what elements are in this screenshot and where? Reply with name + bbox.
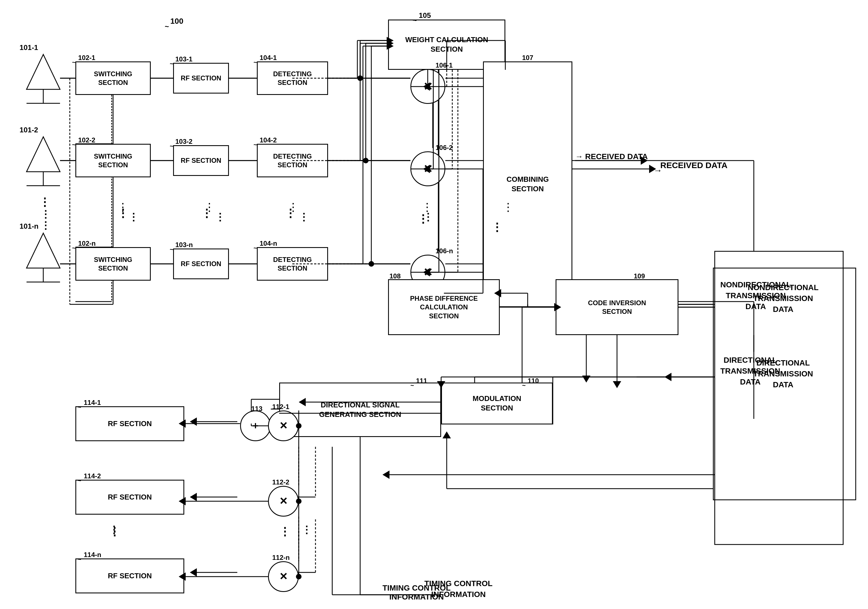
phase-diff-section: PHASE DIFFERENCECALCULATIONSECTION bbox=[388, 279, 500, 335]
received-data-label: → RECEIVED DATA bbox=[575, 152, 648, 161]
combining-section: COMBININGSECTION bbox=[483, 62, 572, 307]
svg-text:⋮: ⋮ bbox=[215, 211, 225, 223]
label-det2-tilde: ~ bbox=[254, 141, 257, 149]
label-det2: 104-2 bbox=[260, 136, 277, 144]
multiplier-2: ✕ bbox=[411, 151, 445, 186]
svg-marker-6 bbox=[26, 233, 60, 268]
label-combining: 107 bbox=[522, 54, 533, 62]
label-ant2: 101-2 bbox=[20, 126, 38, 134]
dots-txmult: ⋮ bbox=[279, 525, 290, 538]
label-rf1-tilde: ~ bbox=[170, 60, 174, 68]
tx-mult-n: ✕ bbox=[268, 561, 299, 592]
label-rftx2: 114-2 bbox=[84, 472, 101, 480]
diagram: ⋮ ⋮ ⋮ ⋮ ⋮ bbox=[0, 0, 868, 609]
adder-circle: + bbox=[240, 411, 271, 441]
label-rfn: 103-n bbox=[175, 241, 193, 249]
tx-mult-1: ✕ bbox=[268, 411, 299, 441]
rf-section-n: RF SECTION bbox=[173, 248, 229, 279]
multiplier-1: ✕ bbox=[411, 69, 445, 104]
svg-marker-83 bbox=[665, 373, 671, 381]
svg-point-205 bbox=[369, 261, 374, 267]
label-105: 105 bbox=[419, 11, 431, 20]
svg-text:⋮: ⋮ bbox=[40, 209, 51, 220]
svg-text:⋮: ⋮ bbox=[40, 220, 51, 231]
dir-sig-section: DIRECTIONAL SIGNALGENERATING SECTION bbox=[279, 383, 441, 437]
label-sw2: 102-2 bbox=[78, 136, 95, 144]
label-mult1: 106-1 bbox=[436, 62, 453, 69]
label-detn: 104-n bbox=[260, 240, 277, 247]
label-add: 113 bbox=[251, 405, 262, 413]
switching-section-1: SWITCHINGSECTION bbox=[75, 62, 151, 95]
directional-data: DIRECTIONALTRANSMISSIONDATA bbox=[720, 357, 846, 391]
label-multn: 106-n bbox=[436, 247, 453, 255]
svg-marker-190 bbox=[443, 431, 451, 439]
label-mult2: 106-2 bbox=[436, 144, 453, 152]
label-rfn-tilde: ~ bbox=[170, 246, 174, 253]
label-swn: 102-n bbox=[78, 240, 96, 247]
svg-text:⋮: ⋮ bbox=[129, 211, 138, 223]
label-rftxn: 114-n bbox=[84, 551, 101, 559]
label-100-tilde: ~ bbox=[165, 22, 169, 31]
svg-marker-95 bbox=[383, 471, 389, 479]
svg-text:⋮: ⋮ bbox=[422, 201, 433, 213]
svg-marker-142 bbox=[613, 381, 621, 388]
label-detn-tilde: ~ bbox=[254, 245, 257, 252]
rf-tx-1: RF SECTION bbox=[75, 406, 184, 441]
modulation-section: MODULATIONSECTION bbox=[441, 383, 553, 425]
label-rf1: 103-1 bbox=[175, 55, 192, 63]
tx-mult-2: ✕ bbox=[268, 486, 299, 517]
label-rftx1-tilde: ~ bbox=[78, 404, 81, 411]
svg-marker-60 bbox=[190, 417, 197, 426]
label-100: 100 bbox=[170, 17, 183, 26]
svg-point-204 bbox=[363, 158, 369, 163]
label-sw1-tilde: ~ bbox=[72, 59, 76, 66]
label-rftxn-tilde: ~ bbox=[78, 556, 81, 563]
svg-point-203 bbox=[357, 75, 363, 81]
label-det1-tilde: ~ bbox=[254, 59, 257, 66]
label-antn: 101-n bbox=[20, 222, 39, 231]
label-rf2-tilde: ~ bbox=[170, 143, 174, 150]
label-dirsig-tilde: ~ bbox=[411, 382, 414, 389]
dots-sw: ⋮ bbox=[117, 207, 129, 220]
nondirectional-data: NONDIRECTIONALTRANSMISSIONDATA bbox=[720, 282, 846, 315]
label-rftx1: 114-1 bbox=[84, 399, 101, 406]
switching-section-n: SWITCHINGSECTION bbox=[75, 247, 151, 280]
label-phase: 108 bbox=[389, 272, 401, 280]
rf-tx-2: RF SECTION bbox=[75, 480, 184, 514]
detecting-section-n: DETECTINGSECTION bbox=[257, 247, 328, 280]
label-txmult1: 112-1 bbox=[272, 403, 289, 411]
label-sw1: 102-1 bbox=[78, 54, 95, 62]
label-swn-tilde: ~ bbox=[72, 245, 76, 252]
svg-marker-52 bbox=[582, 375, 591, 383]
label-rf2: 103-2 bbox=[175, 138, 192, 146]
label-txmultn: 112-n bbox=[272, 554, 290, 561]
detecting-section-1: DETECTINGSECTION bbox=[257, 62, 328, 95]
label-ant1: 101-1 bbox=[20, 43, 38, 52]
switching-section-2: SWITCHINGSECTION bbox=[75, 144, 151, 177]
label-sw2-tilde: ~ bbox=[72, 141, 76, 149]
svg-marker-0 bbox=[26, 54, 60, 89]
svg-marker-69 bbox=[190, 493, 197, 501]
received-data: RECEIVED DATA bbox=[660, 161, 728, 170]
detecting-section-2: DETECTINGSECTION bbox=[257, 144, 328, 177]
dots-comb: ⋮ bbox=[491, 221, 502, 234]
svg-marker-71 bbox=[190, 568, 197, 576]
svg-text:⋮: ⋮ bbox=[299, 211, 309, 223]
weight-calc-label: WEIGHT CALCULATIONSECTION bbox=[405, 35, 488, 54]
label-rftx2-tilde: ~ bbox=[78, 477, 81, 485]
label-dirsig: 111 bbox=[416, 377, 427, 385]
label-txmult2: 112-2 bbox=[272, 478, 289, 486]
rf-section-1: RF SECTION bbox=[173, 63, 229, 93]
code-inversion-section: CODE INVERSIONSECTION bbox=[556, 279, 679, 335]
label-code: 109 bbox=[634, 272, 645, 280]
dots-rf: ⋮ bbox=[201, 207, 212, 220]
label-mod: 110 bbox=[528, 377, 539, 385]
dots-det: ⋮ bbox=[285, 207, 296, 220]
arrow-received: → bbox=[653, 165, 662, 176]
rf-tx-n: RF SECTION bbox=[75, 558, 184, 594]
label-det1: 104-1 bbox=[260, 54, 277, 62]
label-mod-tilde: ~ bbox=[522, 382, 526, 389]
svg-text:⋮: ⋮ bbox=[293, 529, 304, 541]
timing-control: TIMING CONTROLINFORMATION bbox=[425, 578, 493, 600]
rf-section-2: RF SECTION bbox=[173, 145, 229, 176]
